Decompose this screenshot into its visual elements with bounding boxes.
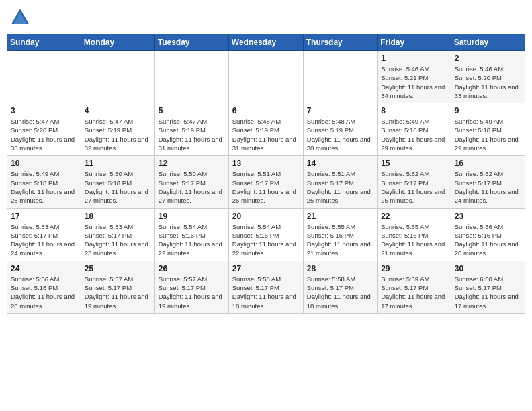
day-cell: [7, 51, 81, 103]
day-cell: 4Sunrise: 5:47 AMSunset: 5:19 PMDaylight…: [81, 103, 154, 156]
weekday-header-monday: Monday: [81, 34, 154, 51]
day-cell: 10Sunrise: 5:49 AMSunset: 5:18 PMDayligh…: [7, 156, 81, 208]
week-row-1: 1Sunrise: 5:46 AMSunset: 5:21 PMDaylight…: [7, 51, 525, 103]
day-info: Sunrise: 5:54 AMSunset: 5:16 PMDaylight:…: [159, 222, 225, 258]
weekday-header-saturday: Saturday: [451, 34, 525, 51]
day-info: Sunrise: 5:54 AMSunset: 5:16 PMDaylight:…: [232, 222, 300, 258]
day-cell: 27Sunrise: 5:58 AMSunset: 5:17 PMDayligh…: [228, 261, 303, 313]
day-info: Sunrise: 5:53 AMSunset: 5:17 PMDaylight:…: [11, 222, 77, 258]
day-number: 23: [455, 212, 521, 221]
day-number: 8: [381, 106, 447, 116]
day-info: Sunrise: 6:00 AMSunset: 5:17 PMDaylight:…: [455, 275, 521, 310]
day-info: Sunrise: 5:47 AMSunset: 5:20 PMDaylight:…: [11, 117, 77, 152]
day-cell: 13Sunrise: 5:51 AMSunset: 5:17 PMDayligh…: [228, 156, 303, 208]
day-info: Sunrise: 5:46 AMSunset: 5:20 PMDaylight:…: [455, 64, 521, 100]
day-info: Sunrise: 5:48 AMSunset: 5:19 PMDaylight:…: [232, 117, 300, 152]
week-row-4: 17Sunrise: 5:53 AMSunset: 5:17 PMDayligh…: [7, 208, 525, 261]
day-number: 28: [307, 264, 373, 273]
day-number: 30: [455, 264, 521, 273]
day-number: 29: [381, 264, 447, 273]
day-cell: 1Sunrise: 5:46 AMSunset: 5:21 PMDaylight…: [378, 51, 451, 103]
day-number: 24: [11, 264, 77, 273]
week-row-3: 10Sunrise: 5:49 AMSunset: 5:18 PMDayligh…: [7, 156, 525, 208]
day-info: Sunrise: 5:52 AMSunset: 5:17 PMDaylight:…: [455, 169, 521, 205]
day-number: 4: [85, 106, 151, 116]
page-header: [7, 7, 525, 28]
day-number: 16: [455, 158, 521, 168]
day-info: Sunrise: 5:51 AMSunset: 5:17 PMDaylight:…: [307, 169, 373, 205]
day-cell: [303, 51, 377, 103]
day-info: Sunrise: 5:53 AMSunset: 5:17 PMDaylight:…: [85, 222, 151, 258]
day-cell: 25Sunrise: 5:57 AMSunset: 5:17 PMDayligh…: [81, 261, 154, 313]
day-info: Sunrise: 5:55 AMSunset: 5:16 PMDaylight:…: [307, 222, 373, 258]
day-info: Sunrise: 5:56 AMSunset: 5:16 PMDaylight:…: [455, 222, 521, 258]
day-cell: 5Sunrise: 5:47 AMSunset: 5:19 PMDaylight…: [154, 103, 228, 156]
day-info: Sunrise: 5:52 AMSunset: 5:17 PMDaylight:…: [381, 169, 447, 205]
weekday-header-row: SundayMondayTuesdayWednesdayThursdayFrid…: [7, 34, 525, 51]
day-info: Sunrise: 5:49 AMSunset: 5:18 PMDaylight:…: [11, 169, 77, 205]
day-cell: 23Sunrise: 5:56 AMSunset: 5:16 PMDayligh…: [451, 208, 525, 261]
day-cell: 19Sunrise: 5:54 AMSunset: 5:16 PMDayligh…: [154, 208, 228, 261]
day-number: 11: [85, 158, 151, 168]
day-number: 2: [455, 54, 521, 63]
day-cell: 8Sunrise: 5:49 AMSunset: 5:18 PMDaylight…: [378, 103, 451, 156]
day-cell: [154, 51, 228, 103]
day-cell: 7Sunrise: 5:48 AMSunset: 5:19 PMDaylight…: [303, 103, 377, 156]
day-number: 3: [11, 106, 77, 116]
day-number: 7: [307, 106, 373, 116]
day-info: Sunrise: 5:55 AMSunset: 5:16 PMDaylight:…: [381, 222, 447, 258]
day-number: 12: [159, 158, 225, 168]
day-info: Sunrise: 5:46 AMSunset: 5:21 PMDaylight:…: [381, 64, 447, 100]
day-number: 27: [232, 264, 300, 273]
day-cell: 24Sunrise: 5:56 AMSunset: 5:16 PMDayligh…: [7, 261, 81, 313]
day-cell: 12Sunrise: 5:50 AMSunset: 5:17 PMDayligh…: [154, 156, 228, 208]
weekday-header-wednesday: Wednesday: [228, 34, 303, 51]
day-number: 13: [232, 158, 300, 168]
day-info: Sunrise: 5:58 AMSunset: 5:17 PMDaylight:…: [232, 275, 300, 310]
day-info: Sunrise: 5:57 AMSunset: 5:17 PMDaylight:…: [85, 275, 151, 310]
day-number: 25: [85, 264, 151, 273]
day-number: 21: [307, 212, 373, 221]
day-number: 22: [381, 212, 447, 221]
day-number: 9: [455, 106, 521, 116]
week-row-5: 24Sunrise: 5:56 AMSunset: 5:16 PMDayligh…: [7, 261, 525, 313]
day-cell: 26Sunrise: 5:57 AMSunset: 5:17 PMDayligh…: [154, 261, 228, 313]
day-number: 5: [159, 106, 225, 116]
calendar-table: SundayMondayTuesdayWednesdayThursdayFrid…: [7, 34, 525, 314]
day-info: Sunrise: 5:50 AMSunset: 5:18 PMDaylight:…: [85, 169, 151, 205]
day-info: Sunrise: 5:58 AMSunset: 5:17 PMDaylight:…: [307, 275, 373, 310]
day-number: 6: [232, 106, 300, 116]
day-cell: 9Sunrise: 5:49 AMSunset: 5:18 PMDaylight…: [451, 103, 525, 156]
day-info: Sunrise: 5:48 AMSunset: 5:19 PMDaylight:…: [307, 117, 373, 152]
day-number: 20: [232, 212, 300, 221]
day-cell: 20Sunrise: 5:54 AMSunset: 5:16 PMDayligh…: [228, 208, 303, 261]
day-cell: 22Sunrise: 5:55 AMSunset: 5:16 PMDayligh…: [378, 208, 451, 261]
day-number: 18: [85, 212, 151, 221]
week-row-2: 3Sunrise: 5:47 AMSunset: 5:20 PMDaylight…: [7, 103, 525, 156]
day-cell: 2Sunrise: 5:46 AMSunset: 5:20 PMDaylight…: [451, 51, 525, 103]
day-cell: 11Sunrise: 5:50 AMSunset: 5:18 PMDayligh…: [81, 156, 154, 208]
day-info: Sunrise: 5:49 AMSunset: 5:18 PMDaylight:…: [381, 117, 447, 152]
day-info: Sunrise: 5:51 AMSunset: 5:17 PMDaylight:…: [232, 169, 300, 205]
day-cell: 17Sunrise: 5:53 AMSunset: 5:17 PMDayligh…: [7, 208, 81, 261]
day-cell: 28Sunrise: 5:58 AMSunset: 5:17 PMDayligh…: [303, 261, 377, 313]
day-info: Sunrise: 5:47 AMSunset: 5:19 PMDaylight:…: [159, 117, 225, 152]
day-cell: 16Sunrise: 5:52 AMSunset: 5:17 PMDayligh…: [451, 156, 525, 208]
day-cell: 18Sunrise: 5:53 AMSunset: 5:17 PMDayligh…: [81, 208, 154, 261]
weekday-header-tuesday: Tuesday: [154, 34, 228, 51]
weekday-header-sunday: Sunday: [7, 34, 81, 51]
day-number: 15: [381, 158, 447, 168]
day-cell: 3Sunrise: 5:47 AMSunset: 5:20 PMDaylight…: [7, 103, 81, 156]
weekday-header-friday: Friday: [378, 34, 451, 51]
day-info: Sunrise: 5:57 AMSunset: 5:17 PMDaylight:…: [159, 275, 225, 310]
day-number: 14: [307, 158, 373, 168]
weekday-header-thursday: Thursday: [303, 34, 377, 51]
day-info: Sunrise: 5:49 AMSunset: 5:18 PMDaylight:…: [455, 117, 521, 152]
day-cell: [81, 51, 154, 103]
day-cell: 30Sunrise: 6:00 AMSunset: 5:17 PMDayligh…: [451, 261, 525, 313]
day-cell: 14Sunrise: 5:51 AMSunset: 5:17 PMDayligh…: [303, 156, 377, 208]
day-cell: 29Sunrise: 5:59 AMSunset: 5:17 PMDayligh…: [378, 261, 451, 313]
day-info: Sunrise: 5:47 AMSunset: 5:19 PMDaylight:…: [85, 117, 151, 152]
day-cell: 6Sunrise: 5:48 AMSunset: 5:19 PMDaylight…: [228, 103, 303, 156]
day-info: Sunrise: 5:59 AMSunset: 5:17 PMDaylight:…: [381, 275, 447, 310]
